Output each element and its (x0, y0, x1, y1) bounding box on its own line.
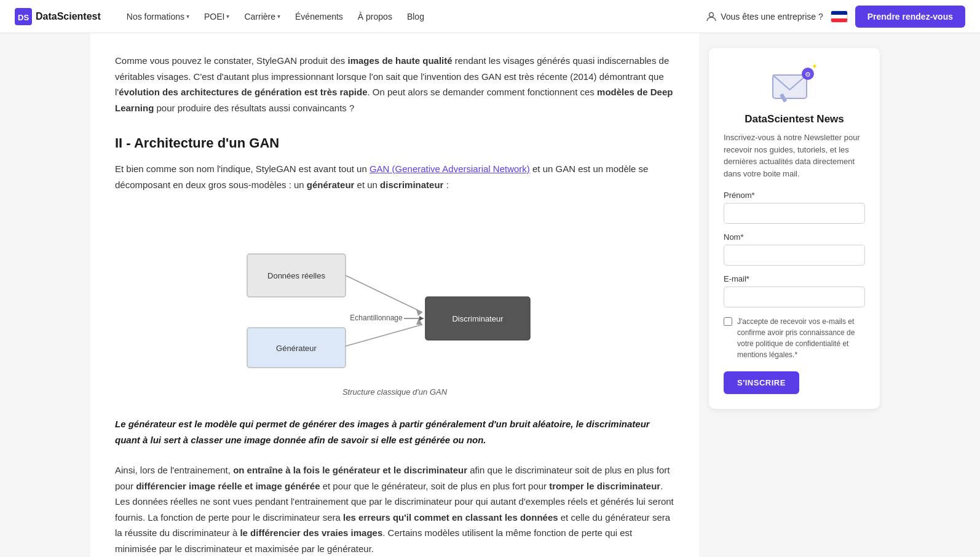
consent-label: J'accepte de recevoir vos e-mails et con… (737, 316, 865, 360)
email-label: E-mail* (724, 274, 865, 283)
article-para2: Ainsi, lors de l'entrainement, on entraî… (115, 462, 674, 556)
nav-item-poei[interactable]: POEI ▾ (198, 8, 235, 25)
diagram-caption: Structure classique d'un GAN (342, 387, 447, 397)
article-intro: Comme vous pouvez le constater, StyleGAN… (115, 53, 674, 116)
section-para1: Et bien comme son nom l'indique, StyleGA… (115, 161, 674, 192)
newsletter-card: ⚙ ✦ DataScientest News Inscrivez-vous à … (709, 48, 880, 409)
article-blockquote: Le générateur est le modèle qui permet d… (115, 416, 674, 448)
chevron-down-icon: ▾ (277, 13, 280, 20)
svg-line-9 (346, 275, 422, 312)
gan-link[interactable]: GAN (Generative Adversiarial Network) (369, 164, 530, 174)
nom-input[interactable] (724, 245, 865, 266)
diagram-svg-container: Données réelles Générateur Discriminateu… (225, 207, 564, 382)
prenom-group: Prénom* (724, 191, 865, 224)
nav-item-evenements[interactable]: Événements (289, 8, 349, 25)
newsletter-icon: ⚙ ✦ (770, 63, 819, 106)
chevron-down-icon: ▾ (186, 13, 189, 20)
prenom-label: Prénom* (724, 191, 865, 200)
logo-icon: DS (15, 8, 32, 25)
nav-item-carriere[interactable]: Carrière ▾ (238, 8, 286, 25)
chevron-down-icon: ▾ (226, 13, 229, 20)
sidebar: ⚙ ✦ DataScientest News Inscrivez-vous à … (699, 33, 890, 557)
svg-text:Echantillonnage: Echantillonnage (350, 314, 403, 322)
nav-item-formations[interactable]: Nos formations ▾ (121, 8, 196, 25)
logo-text: DataScientest (36, 11, 101, 22)
svg-text:Discriminateur: Discriminateur (452, 314, 504, 323)
prenom-input[interactable] (724, 203, 865, 224)
language-flag[interactable] (831, 10, 848, 23)
section-heading: II - Architecture d'un GAN (115, 135, 674, 151)
person-icon (706, 11, 717, 22)
svg-text:Données réelles: Données réelles (267, 271, 325, 280)
nom-group: Nom* (724, 232, 865, 266)
svg-point-2 (709, 12, 714, 17)
main-content: Comme vous pouvez le constater, StyleGAN… (90, 33, 699, 557)
nav-item-blog[interactable]: Blog (401, 8, 430, 25)
newsletter-icon-wrap: ⚙ ✦ (724, 63, 865, 106)
svg-text:⚙: ⚙ (805, 71, 811, 78)
cta-button[interactable]: Prendre rendez-vous (855, 6, 965, 28)
nav-item-apropos[interactable]: À propos (352, 8, 398, 25)
navbar: DS DataScientest Nos formations ▾ POEI ▾… (0, 0, 980, 33)
newsletter-description: Inscrivez-vous à notre Newsletter pour r… (724, 132, 865, 180)
svg-rect-16 (773, 75, 807, 98)
svg-line-11 (346, 325, 422, 346)
consent-group: J'accepte de recevoir vos e-mails et con… (724, 316, 865, 360)
svg-text:DS: DS (18, 13, 29, 22)
svg-marker-10 (416, 309, 422, 316)
email-input[interactable] (724, 286, 865, 307)
svg-text:✦: ✦ (812, 63, 818, 71)
email-group: E-mail* (724, 274, 865, 307)
page-layout: Comme vous pouvez le constater, StyleGAN… (90, 33, 890, 557)
nom-label: Nom* (724, 232, 865, 242)
nav-right: Vous êtes une entreprise ? Prendre rende… (706, 6, 965, 28)
logo[interactable]: DS DataScientest (15, 8, 101, 25)
enterprise-link[interactable]: Vous êtes une entreprise ? (706, 11, 823, 22)
consent-checkbox[interactable] (724, 317, 732, 326)
gan-diagram: Données réelles Générateur Discriminateu… (115, 207, 674, 397)
svg-text:Générateur: Générateur (276, 344, 317, 353)
svg-marker-15 (419, 316, 424, 321)
nav-links: Nos formations ▾ POEI ▾ Carrière ▾ Événe… (121, 8, 701, 25)
subscribe-button[interactable]: S'INSCRIRE (724, 371, 799, 394)
diagram-svg: Données réelles Générateur Discriminateu… (235, 217, 555, 371)
newsletter-title: DataScientest News (724, 113, 865, 125)
